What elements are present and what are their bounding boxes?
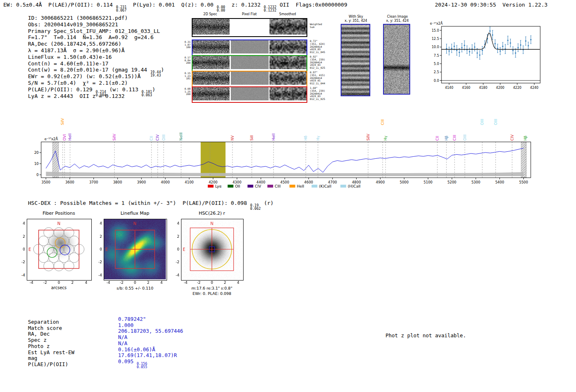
axis-tick-label: 0 <box>19 247 25 251</box>
axis-tick-label: -2 <box>118 281 125 285</box>
stacked-uncertainty: 0.1560.055 <box>137 362 147 369</box>
axis-tick-label: 4 <box>96 221 102 225</box>
spectral-line-label: HeII <box>68 133 72 141</box>
info-line: EWr = 0.92(±0.27) (w: 0.52(±0.15))Å <box>28 73 164 80</box>
fiber-weight-labels: 0.151.23181 <box>181 72 190 80</box>
match-field-label: P(LAE)/P(OII) <box>28 361 68 367</box>
axis-tick-label: 4 <box>235 281 242 285</box>
hsc-cutout-title: HSC(26.2) r <box>181 211 243 216</box>
axis-tick-label: 3900 <box>137 180 146 184</box>
fiber-positions-image <box>27 219 91 279</box>
text-segment: z: 0.1232 <box>225 2 264 8</box>
axis-tick-label: 4 <box>19 221 25 225</box>
timestamp-version: 2024-12-30 09:30:55 Version 1.22.3 <box>435 2 548 8</box>
text-segment: LyA z = 2.4443 OII z = 0.1232 <box>28 93 125 99</box>
spec2d-cutouts-section: 2D SpecPixel FlatSmoothedWeightedSum0.31… <box>181 12 358 107</box>
legend-label: Lyα <box>215 184 222 188</box>
axis-tick-label: -4 <box>174 273 179 277</box>
match-field-value: 0.16(±0.06)Å <box>118 346 155 353</box>
withsky-image <box>341 24 370 96</box>
legend-swatch <box>267 185 273 188</box>
axis-tick-label: 5500 <box>519 180 528 184</box>
spectral-line-label: CIII <box>453 135 457 141</box>
fiber-weight-labels: 0.170.84200 <box>181 56 190 65</box>
spec2d-image <box>193 40 230 53</box>
axis-tick-label: 4200 <box>496 86 504 90</box>
hsc-caption-2: EWr: 0. PLAE: 0.098 <box>181 291 243 296</box>
emission-line-fit-chart: 4140416041804200422042400.02.55.07.510.0… <box>426 21 545 95</box>
text-segment: EWr = 0.92(±0.27) (w: 0.52(±0.15))Å <box>28 73 141 79</box>
match-field-label: mag <box>28 355 37 361</box>
axis-tick-label: 10 <box>34 162 39 166</box>
text-segment: Cont(n) = 4.60(±0.11)e-17 <box>28 60 109 67</box>
axis-tick-label: 10.0 <box>432 45 439 49</box>
fiber-annotation: WeightedSum <box>310 23 322 29</box>
legend-swatch <box>248 185 253 188</box>
summary-header: EW: 0.5±0.4Å P(LAE)/P(OII): 0.114 0.2310… <box>3 2 347 12</box>
hsc-dex-match-line: HSC-DEX : Possible Matches = 1 (within +… <box>28 200 274 210</box>
pixel-flat-image <box>231 72 269 85</box>
legend-swatch <box>208 185 214 188</box>
spec2d-image <box>193 72 230 85</box>
axis-tick-label: 3600 <box>65 180 74 184</box>
legend-label: CIII <box>275 184 281 188</box>
axis-tick-label: 2 <box>222 281 228 285</box>
info-line: ID: 3006865221 (3006865221.pdf) <box>28 15 164 21</box>
match-field-label: Est LyA rest-EW <box>28 349 74 355</box>
match-field-label: Match score <box>28 325 62 331</box>
spectral-line-label: Hβ <box>444 135 448 141</box>
match-table: Separation0.789242"Match score1.000RA, D… <box>28 319 221 372</box>
pixel-flat-image <box>231 87 269 100</box>
axis-tick-label: 2 <box>174 234 179 239</box>
spectral-line-label: OIII <box>463 135 467 141</box>
spectral-line-label: Hγ <box>383 135 388 141</box>
axis-tick-label: -4 <box>105 281 111 285</box>
legend-label: CIV <box>255 184 262 188</box>
info-line: F=1.7" T=0.114 N̄=1.36 A=0.92 g=24.6 <box>28 34 164 41</box>
spectrum-line <box>46 148 524 172</box>
match-field-label: RA, Dec <box>28 331 50 337</box>
text-segment: N/A <box>118 340 128 346</box>
match-field-value: N/A <box>118 340 128 346</box>
axis-tick-label: -4 <box>182 281 189 285</box>
axis-tick-label: 0 <box>56 281 62 285</box>
stacked-uncertainty: 0.190.062 <box>250 204 261 210</box>
hsc-caption-1: m:17.6 re:3.1" s:0.8" <box>181 286 243 290</box>
spec2d-row <box>192 18 307 37</box>
axis-tick-label: -2 <box>195 281 202 285</box>
legend-swatch <box>228 185 233 188</box>
axis-tick-label: 4140 <box>445 86 453 90</box>
noise-band <box>46 172 524 176</box>
hsc-cutout-image <box>181 219 242 279</box>
spectral-line-label: Hγ <box>316 135 320 141</box>
axis-tick-label: -2 <box>19 260 25 264</box>
axis-tick-label: 2 <box>69 281 76 285</box>
flux-units-label: e⁻¹⁷x2Å <box>44 137 58 141</box>
text-segment: Primary Spec_Slot_IFU_AMP: 012_106_033_L… <box>28 28 160 34</box>
info-line: λ = 4187.13Å σ = 2.90(±0.96)Å <box>28 47 164 54</box>
axis-tick-label: -2 <box>174 260 179 264</box>
axis-tick-label: 0 <box>174 247 179 251</box>
text-segment: 0.789242" <box>118 316 146 322</box>
axis-tick-label: 5.0 <box>434 62 439 66</box>
axis-tick-label: 0 <box>96 247 102 251</box>
axis-tick-label: 2 <box>19 234 25 239</box>
match-field-label: Spec z <box>28 337 46 343</box>
text-segment: Cont(w) = 8.20(±0.01)e-17 (gmag 19.44 <box>28 67 150 73</box>
spec2d-row <box>192 55 307 72</box>
legend-label: (K)CaII <box>319 184 331 188</box>
spec2d-image <box>193 56 230 69</box>
spec2d-image <box>193 19 230 35</box>
smoothed-image <box>269 40 307 53</box>
match-field-label: Separation <box>28 319 59 325</box>
legend-swatch <box>290 185 295 188</box>
spectral-line-label: Hδ <box>304 135 308 141</box>
text-segment: (r) <box>261 200 274 206</box>
cleanimage-title-text: Clean Image <box>382 15 413 19</box>
axis-tick-label: 4500 <box>280 180 289 184</box>
spectral-line-label: OVI <box>63 134 67 141</box>
legend-label: (H)CaII <box>348 184 360 188</box>
stacked-uncertainty: 19.4419.43 <box>150 70 161 77</box>
axis-tick-label: -4 <box>28 281 35 285</box>
fiber-positions-title: Fiber Positions <box>27 211 91 216</box>
